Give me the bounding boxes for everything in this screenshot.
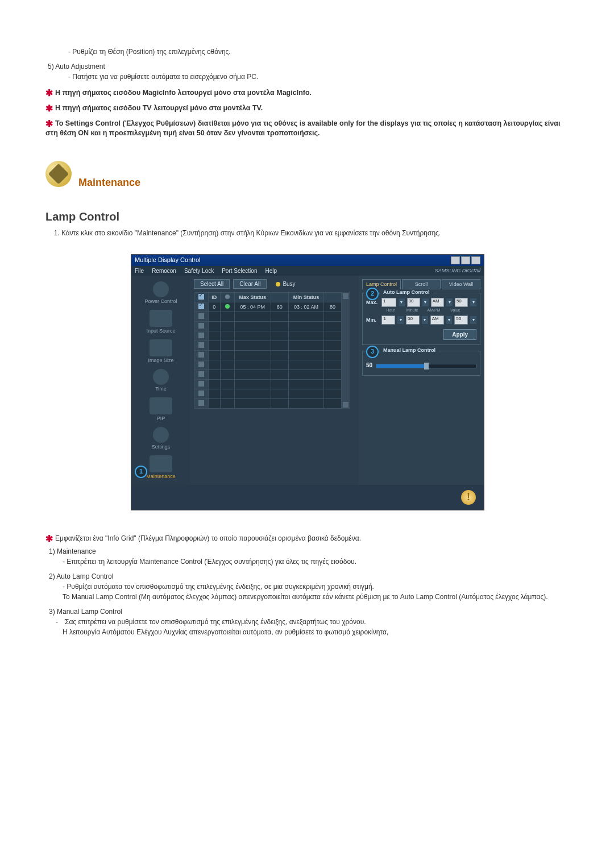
- min-hour-field[interactable]: 1: [381, 315, 395, 325]
- maintenance-heading: Maintenance: [78, 177, 140, 189]
- chevron-down-icon[interactable]: ▾: [397, 316, 404, 324]
- menu-file[interactable]: File: [135, 268, 144, 274]
- max-row: Max. 1 ▾ 00 ▾ AM ▾ 50 ▾: [366, 298, 476, 307]
- tab-lamp-control[interactable]: Lamp Control: [362, 279, 401, 289]
- col-id: ID: [209, 293, 221, 302]
- cell-min-time: 03 : 02 AM: [288, 302, 323, 312]
- chevron-down-icon[interactable]: ▾: [446, 316, 453, 324]
- table-row[interactable]: 0 05 : 04 PM 60 03 : 02 AM 80: [194, 302, 342, 312]
- menu-remocon[interactable]: Remocon: [152, 268, 176, 274]
- max-hour-field[interactable]: 1: [381, 298, 396, 307]
- minute-label: Minute: [403, 308, 422, 312]
- table-row[interactable]: [194, 370, 342, 380]
- close-button[interactable]: [471, 256, 480, 264]
- brand-logo: SAMSUNG DIGITall: [435, 268, 480, 274]
- display-grid: ID Max Status Min Status 0 05 : 04 PM: [194, 292, 342, 409]
- item-5-desc: - Πατήστε για να ρυθμίσετε αυτόματα το ε…: [68, 73, 569, 81]
- table-row[interactable]: [194, 322, 342, 331]
- status-icon: [225, 304, 230, 309]
- slider-thumb[interactable]: [424, 363, 429, 369]
- sidebar-item-maintenance[interactable]: Maintenance 1: [136, 454, 186, 480]
- sidebar-item-input[interactable]: Input Source: [136, 309, 186, 335]
- sidebar-item-pip[interactable]: PIP: [136, 396, 186, 422]
- callout-badge-1: 1: [135, 466, 147, 478]
- status-bar: !: [131, 485, 484, 510]
- manual-lamp-box: 3 Manual Lamp Control 50: [362, 351, 480, 376]
- select-all-button[interactable]: Select All: [194, 279, 230, 289]
- chevron-down-icon[interactable]: ▾: [399, 298, 405, 306]
- hour-label: Hour: [381, 308, 400, 312]
- callout-badge-3: 3: [366, 346, 379, 358]
- min-minute-field[interactable]: 00: [406, 315, 420, 325]
- lamp-slider[interactable]: [376, 364, 476, 368]
- lamp-control-intro: Κάντε κλικ στο εικονίδιο "Maintenance" (…: [61, 229, 569, 237]
- table-row[interactable]: [194, 351, 342, 360]
- maximize-button[interactable]: [461, 256, 470, 264]
- grid-scrollbar[interactable]: [342, 292, 350, 409]
- minimize-button[interactable]: [451, 256, 460, 264]
- min-ampm-field[interactable]: AM: [430, 315, 444, 325]
- chevron-down-icon[interactable]: ▾: [470, 316, 476, 324]
- tab-video-wall[interactable]: Video Wall: [442, 279, 480, 289]
- item-5-number: 5): [48, 63, 54, 70]
- sidebar-item-power[interactable]: Power Control: [136, 280, 186, 305]
- table-row[interactable]: [194, 399, 342, 409]
- chevron-down-icon[interactable]: ▾: [470, 298, 476, 306]
- title-bar: Multiple Display Control: [131, 255, 484, 266]
- sidebar-item-settings[interactable]: Settings: [136, 426, 186, 451]
- apply-button[interactable]: Apply: [443, 329, 476, 340]
- warning-icon: !: [461, 490, 476, 505]
- col-status: [220, 293, 234, 302]
- value-label: Value: [446, 308, 465, 312]
- menu-help[interactable]: Help: [265, 268, 277, 274]
- chevron-down-icon[interactable]: ▾: [422, 316, 428, 324]
- table-row[interactable]: [194, 360, 342, 370]
- maintenance-icon: [45, 161, 72, 187]
- table-row[interactable]: [194, 312, 342, 322]
- desc-item-2-text-a: - Ρυθμίζει αυτόματα τον οπισθοφωτισμό τη…: [63, 583, 569, 591]
- min-value-field[interactable]: 50: [454, 315, 468, 325]
- desc-item-2-text-b: Το Manual Lamp Control (Μη αυτόματος έλε…: [63, 593, 569, 601]
- busy-indicator: Busy: [276, 281, 295, 287]
- max-minute-field[interactable]: 00: [407, 298, 420, 307]
- scroll-down-icon[interactable]: [343, 402, 349, 408]
- col-min-status: Min Status: [288, 293, 323, 302]
- scroll-up-icon[interactable]: [343, 293, 349, 299]
- window-buttons[interactable]: [451, 256, 480, 264]
- table-row[interactable]: [194, 331, 342, 341]
- menu-port-selection[interactable]: Port Selection: [222, 268, 257, 274]
- table-row[interactable]: [194, 389, 342, 399]
- table-row[interactable]: [194, 380, 342, 389]
- cell-max-time: 05 : 04 PM: [234, 302, 271, 312]
- min-label: Min.: [366, 317, 379, 323]
- star-icon: ✱: [45, 534, 53, 543]
- chevron-down-icon[interactable]: ▾: [422, 298, 429, 306]
- menu-bar: File Remocon Safety Lock Port Selection …: [131, 266, 484, 276]
- desc-item-2: 2) Auto Lamp Control: [49, 572, 569, 580]
- star-icon: ✱: [45, 103, 53, 113]
- sidebar-item-image-size[interactable]: Image Size: [136, 338, 186, 364]
- manual-lamp-title: Manual Lamp Control: [380, 347, 439, 353]
- window-title: Multiple Display Control: [135, 256, 201, 264]
- min-row: Min. 1 ▾ 00 ▾ AM ▾ 50 ▾: [366, 315, 476, 325]
- cell-min-val: 80: [324, 302, 342, 312]
- desc-item-3-text-a: -Σας επιτρέπει να ρυθμίσετε τον οπισθοφω…: [63, 618, 569, 626]
- row-checkbox[interactable]: [198, 304, 204, 309]
- header-checkbox[interactable]: [194, 293, 209, 302]
- max-ampm-field[interactable]: AM: [431, 298, 444, 307]
- ampm-label: AM/PM: [424, 308, 443, 312]
- chevron-down-icon[interactable]: ▾: [446, 298, 453, 306]
- auto-lamp-title: Auto Lamp Control: [380, 289, 433, 295]
- slider-value: 50: [366, 362, 372, 368]
- table-row[interactable]: [194, 341, 342, 351]
- tab-scroll[interactable]: Scroll: [402, 279, 441, 289]
- lamp-control-heading: Lamp Control: [45, 210, 569, 223]
- sidebar: Power Control Input Source Image Size Ti…: [131, 276, 190, 485]
- item-5: 5) Auto Adjustment: [48, 63, 569, 70]
- sidebar-item-time[interactable]: Time: [136, 368, 186, 393]
- center-panel: Select All Clear All Busy ID Max Status: [190, 276, 359, 485]
- max-value-field[interactable]: 50: [455, 298, 468, 307]
- desc-item-3: 3) Manual Lamp Control: [49, 608, 569, 616]
- clear-all-button[interactable]: Clear All: [233, 279, 267, 289]
- menu-safety-lock[interactable]: Safety Lock: [184, 268, 214, 274]
